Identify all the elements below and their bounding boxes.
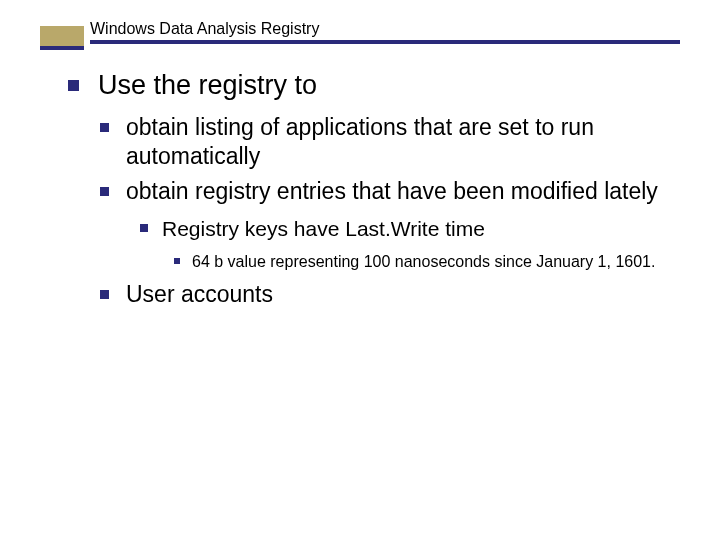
slide: Windows Data Analysis Registry Use the r… (0, 0, 720, 540)
slide-title: Windows Data Analysis Registry (90, 20, 680, 44)
bullet-list-lvl1: Use the registry to obtain listing of ap… (64, 68, 680, 309)
bullet-text: 64 b value representing 100 nanoseconds … (192, 253, 655, 270)
list-item: 64 b value representing 100 nanoseconds … (172, 251, 680, 273)
list-item: obtain registry entries that have been m… (98, 177, 680, 273)
bullet-text: User accounts (126, 281, 273, 307)
list-item: User accounts (98, 280, 680, 309)
bullet-text: Use the registry to (98, 70, 317, 100)
list-item: Registry keys have Last.Write time 64 b … (138, 215, 680, 272)
content-area: Use the registry to obtain listing of ap… (64, 68, 680, 309)
bullet-text: obtain registry entries that have been m… (126, 178, 658, 204)
list-item: Use the registry to obtain listing of ap… (64, 68, 680, 309)
bullet-list-lvl2: obtain listing of applications that are … (98, 113, 680, 309)
list-item: obtain listing of applications that are … (98, 113, 680, 171)
title-block: Windows Data Analysis Registry (90, 20, 680, 44)
bullet-list-lvl3: Registry keys have Last.Write time 64 b … (138, 215, 680, 272)
bullet-list-lvl4: 64 b value representing 100 nanoseconds … (172, 251, 680, 273)
bullet-text: Registry keys have Last.Write time (162, 217, 485, 240)
bullet-text: obtain listing of applications that are … (126, 114, 594, 169)
title-accent-box (40, 26, 84, 50)
